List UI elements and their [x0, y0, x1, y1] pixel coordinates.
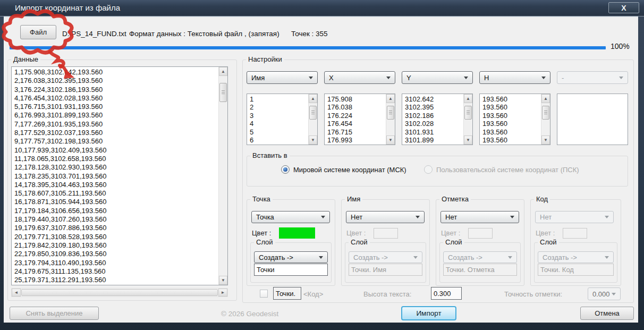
column-combo-y[interactable]: Y	[402, 71, 473, 84]
list-item[interactable]: 3	[250, 112, 308, 120]
scroll-down-icon[interactable]: ▼	[386, 136, 395, 145]
cancel-button[interactable]: Отмена	[580, 307, 634, 320]
list-item[interactable]: 193.560	[482, 103, 540, 111]
list-item[interactable]: 8,177.529,3102.037,193.560	[14, 129, 218, 137]
layer-title: Слой	[538, 238, 559, 246]
scroll-up-icon[interactable]: ▲	[464, 94, 472, 103]
list-item[interactable]: 25,179.371,3112.291,193.560	[14, 276, 218, 284]
list-item[interactable]: 176.224	[327, 112, 385, 120]
list-item[interactable]: 12,178.128,3102.930,193.560	[14, 163, 218, 172]
scroll-up-icon[interactable]: ▲	[309, 94, 317, 103]
column-combo-x[interactable]: X	[324, 71, 395, 84]
scroll-down-icon[interactable]: ▼	[464, 136, 472, 145]
column-combo-h[interactable]: H	[479, 71, 550, 84]
list-item[interactable]: 10,177.939,3102.409,193.560	[14, 146, 218, 155]
code-suffix-checkbox[interactable]	[260, 290, 268, 298]
list-item[interactable]: 175.908	[327, 95, 385, 103]
radio-selected-icon[interactable]	[281, 165, 290, 174]
list-item[interactable]: 5,176.715,3101.931,193.560	[14, 103, 218, 111]
list-item[interactable]: 2	[250, 103, 308, 111]
column-combo-name[interactable]: Имя	[247, 71, 318, 84]
list-item[interactable]: 19,179.637,3107.886,193.560	[14, 224, 218, 232]
point-layer-input[interactable]: Точки	[254, 264, 328, 276]
list-item[interactable]: 193.560	[482, 95, 540, 103]
list-item[interactable]: 4,176.454,3102.028,193.560	[14, 94, 218, 103]
list-item[interactable]: 176.454	[327, 120, 385, 128]
list-item[interactable]: 21,179.842,3109.180,193.560	[14, 241, 218, 250]
list-item[interactable]: 22,179.850,3109.836,193.560	[14, 250, 218, 258]
scroll-down-icon[interactable]: ▼	[219, 276, 227, 285]
list-item[interactable]: 176.038	[327, 103, 385, 111]
point-layer-combo[interactable]: Создать ->	[254, 251, 328, 263]
column-list-x[interactable]: 175.908176.038176.224176.454176.715176.9…	[324, 94, 395, 145]
file-button[interactable]: Файл	[20, 25, 56, 39]
column-list-y[interactable]: 3102.6423102.3953102.1863102.0283101.931…	[402, 94, 473, 145]
scroll-down-icon[interactable]: ▼	[309, 136, 317, 145]
list-item[interactable]: 3101.931	[405, 128, 463, 136]
list-item[interactable]: 6	[250, 136, 308, 144]
list-item[interactable]: 23,179.794,3110.490,193.560	[14, 259, 218, 267]
list-item[interactable]: 7,177.269,3101.935,193.560	[14, 120, 218, 129]
list-item[interactable]: 193.560	[482, 120, 540, 128]
scroll-up-icon[interactable]: ▲	[219, 67, 227, 76]
scroll-up-icon[interactable]: ▲	[541, 94, 550, 103]
list-item[interactable]: 193.560	[482, 112, 540, 120]
list-item[interactable]: 3101.899	[405, 136, 463, 144]
list-item[interactable]: 1,175.908,3102.642,193.560	[14, 68, 218, 77]
column-vscrollbar[interactable]: ▲ ▼	[541, 94, 550, 145]
list-item[interactable]: 3102.186	[405, 112, 463, 120]
point-color-swatch[interactable]	[279, 227, 315, 239]
list-item[interactable]: 3102.395	[405, 103, 463, 111]
data-vscrollbar[interactable]: ▲ ▼	[218, 67, 227, 285]
list-item[interactable]: 9,177.757,3102.198,193.560	[14, 137, 218, 146]
column-list-name[interactable]: 123456 ▲ ▼	[247, 94, 318, 145]
list-item[interactable]: 3102.642	[405, 95, 463, 103]
list-item[interactable]: 1	[250, 95, 308, 103]
list-item[interactable]: 11,178.065,3102.658,193.560	[14, 155, 218, 163]
titlebar[interactable]: Импорт координат из файла X	[0, 0, 644, 16]
point-type-combo[interactable]: Точка	[251, 211, 330, 223]
clear-selection-button[interactable]: Снять выделение	[10, 307, 99, 320]
list-item[interactable]: 193.560	[482, 136, 540, 144]
scroll-right-icon[interactable]: ►	[218, 289, 227, 297]
list-item[interactable]: 15,178.607,3105.211,193.560	[14, 189, 218, 198]
list-item[interactable]: 3,176.224,3102.186,193.560	[14, 86, 218, 94]
list-item[interactable]: 6,176.993,3101.899,193.560	[14, 111, 218, 120]
list-item[interactable]: 2,176.038,3102.395,193.560	[14, 77, 218, 85]
list-item[interactable]: 4	[250, 120, 308, 128]
list-item[interactable]: 18,179.440,3107.260,193.560	[14, 215, 218, 224]
data-hscroll-thumb[interactable]	[21, 289, 218, 296]
scroll-left-icon[interactable]: ◄	[12, 289, 21, 297]
vscroll-thumb[interactable]	[309, 106, 317, 120]
column-vscrollbar[interactable]: ▲ ▼	[463, 94, 472, 145]
list-item[interactable]: 193.560	[482, 128, 540, 136]
list-item[interactable]: 14,178.395,3104.463,193.560	[14, 181, 218, 189]
column-vscrollbar[interactable]: ▲ ▼	[308, 94, 317, 145]
list-item[interactable]: 176.993	[327, 136, 385, 144]
list-item[interactable]: 176.715	[327, 128, 385, 136]
list-item[interactable]: 24,179.675,3111.135,193.560	[14, 267, 218, 276]
vscroll-thumb[interactable]	[542, 106, 549, 120]
elevation-type-combo[interactable]: Нет	[440, 211, 519, 223]
list-item[interactable]: 13,178.235,3103.701,193.560	[14, 172, 218, 181]
list-item[interactable]: 20,179.771,3108.528,193.560	[14, 233, 218, 241]
vscroll-thumb[interactable]	[464, 106, 472, 120]
list-item[interactable]: 17,179.184,3106.656,193.560	[14, 207, 218, 215]
points-preview-box[interactable]: Точки.	[273, 287, 301, 300]
column-list-h[interactable]: 193.560193.560193.560193.560193.560193.5…	[479, 94, 550, 145]
radio-world-csys[interactable]: Мировой системе координат (МСК)	[281, 165, 406, 174]
list-item[interactable]: 16,178.871,3105.944,193.560	[14, 198, 218, 206]
scroll-down-icon[interactable]: ▼	[541, 136, 550, 145]
close-button[interactable]: X	[608, 2, 639, 13]
list-item[interactable]: 5	[250, 128, 308, 136]
data-vscroll-thumb[interactable]	[219, 83, 227, 102]
import-button[interactable]: Импорт	[401, 306, 456, 320]
list-item[interactable]: 3102.028	[405, 120, 463, 128]
name-type-combo[interactable]: Нет	[346, 211, 425, 223]
data-listbox[interactable]: 1,175.908,3102.642,193.5602,176.038,3102…	[11, 66, 228, 285]
text-height-input[interactable]: 0.300	[431, 287, 462, 300]
column-vscrollbar[interactable]: ▲ ▼	[386, 94, 395, 145]
vscroll-thumb[interactable]	[387, 106, 394, 120]
data-hscrollbar[interactable]: ◄ ►	[11, 288, 228, 297]
scroll-up-icon[interactable]: ▲	[386, 94, 395, 103]
